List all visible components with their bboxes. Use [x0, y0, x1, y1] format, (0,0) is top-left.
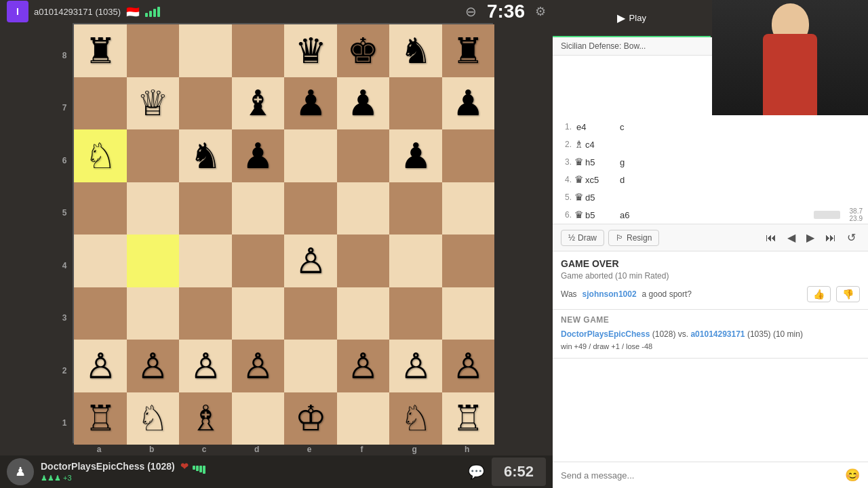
move-white[interactable]: ♛ xc5: [574, 174, 615, 186]
square[interactable]: [284, 287, 337, 340]
move-white[interactable]: ♗ c4: [574, 138, 615, 150]
square[interactable]: ♟: [337, 77, 390, 130]
square[interactable]: ♛: [284, 24, 337, 77]
square[interactable]: [389, 77, 442, 130]
player2-link[interactable]: a01014293171: [690, 329, 745, 339]
resign-button[interactable]: 🏳 Resign: [608, 230, 659, 246]
player1-link[interactable]: DoctorPlaysEpicChess: [561, 329, 650, 339]
square[interactable]: ♙: [179, 340, 232, 392]
square[interactable]: [74, 77, 127, 130]
square[interactable]: [232, 235, 285, 287]
chat-input[interactable]: [561, 470, 845, 481]
move-row[interactable]: 5. ♛ d5: [553, 188, 868, 206]
square[interactable]: ♙: [389, 340, 442, 392]
square[interactable]: [389, 287, 442, 340]
square[interactable]: ♙: [337, 340, 390, 392]
tab-play[interactable]: ▶ Play: [553, 0, 711, 37]
square[interactable]: [127, 287, 180, 340]
square[interactable]: ♜: [74, 24, 127, 77]
square[interactable]: ♟: [442, 77, 495, 130]
move-white[interactable]: e4: [574, 122, 615, 132]
square[interactable]: ♞: [179, 129, 232, 182]
move-black[interactable]: a6: [618, 210, 658, 220]
chess-board[interactable]: ♜♛♚♞♜♕♝♟♟♟♘♞♟♟♙♙♙♙♙♙♙♙♖♘♗♔♘♖: [73, 23, 493, 443]
square[interactable]: ♞: [389, 24, 442, 77]
square[interactable]: [127, 24, 180, 77]
prev-move-button[interactable]: ◀: [783, 228, 800, 247]
move-row[interactable]: 6. ♛ b5 a6 38.723.9: [553, 206, 868, 224]
square[interactable]: ♙: [232, 340, 285, 392]
square[interactable]: [442, 235, 495, 287]
square[interactable]: ♙: [74, 340, 127, 392]
square[interactable]: [179, 287, 232, 340]
move-black[interactable]: g: [618, 157, 658, 167]
square[interactable]: [389, 182, 442, 235]
square[interactable]: ♕: [127, 77, 180, 130]
square[interactable]: ♘: [389, 392, 442, 445]
square[interactable]: [74, 235, 127, 287]
square[interactable]: [232, 392, 285, 445]
square[interactable]: ♟: [389, 129, 442, 182]
square[interactable]: [179, 182, 232, 235]
next-move-button[interactable]: ▶: [802, 228, 818, 247]
square[interactable]: [127, 129, 180, 182]
square[interactable]: [337, 287, 390, 340]
square[interactable]: ♗: [179, 392, 232, 445]
square[interactable]: ♟: [284, 77, 337, 130]
square[interactable]: [284, 340, 337, 392]
square[interactable]: [442, 182, 495, 235]
square[interactable]: [337, 235, 390, 287]
thumbs-down-button[interactable]: 👎: [836, 286, 860, 302]
square[interactable]: [389, 235, 442, 287]
move-white[interactable]: ♛ b5: [574, 209, 615, 221]
square[interactable]: ♝: [232, 77, 285, 130]
square[interactable]: [179, 24, 232, 77]
square[interactable]: ♙: [442, 340, 495, 392]
square[interactable]: ♙: [127, 340, 180, 392]
square[interactable]: [74, 287, 127, 340]
square[interactable]: ♘: [127, 392, 180, 445]
chat-icon[interactable]: 💬: [468, 464, 485, 480]
move-row[interactable]: 4. ♛ xc5 d: [553, 171, 868, 188]
square[interactable]: [337, 129, 390, 182]
square[interactable]: ♙: [284, 235, 337, 287]
move-white[interactable]: ♛ h5: [574, 156, 615, 168]
square[interactable]: [232, 287, 285, 340]
square[interactable]: [284, 129, 337, 182]
square[interactable]: [284, 182, 337, 235]
square[interactable]: ♟: [232, 129, 285, 182]
move-black[interactable]: d: [618, 175, 658, 185]
square[interactable]: ♚: [337, 24, 390, 77]
draw-button[interactable]: ½ Draw: [561, 230, 604, 246]
square[interactable]: ♘: [74, 129, 127, 182]
settings-icon[interactable]: ⚙: [535, 4, 546, 19]
move-row[interactable]: 3. ♛ h5 g: [553, 153, 868, 171]
square[interactable]: [127, 182, 180, 235]
sport-player-link[interactable]: sjohnson1002: [583, 289, 637, 299]
move-black[interactable]: c: [618, 122, 658, 132]
square[interactable]: [74, 182, 127, 235]
square[interactable]: [179, 77, 232, 130]
thumbs-up-button[interactable]: 👍: [807, 286, 831, 302]
square[interactable]: [232, 182, 285, 235]
move-white[interactable]: ♛ d5: [574, 191, 615, 203]
square[interactable]: [337, 392, 390, 445]
square[interactable]: ♖: [74, 392, 127, 445]
square[interactable]: [127, 235, 180, 287]
move-row[interactable]: 1. e4 c: [553, 118, 868, 136]
square[interactable]: ♜: [442, 24, 495, 77]
last-move-button[interactable]: ⏭: [821, 228, 840, 247]
piece-w-P: ♙: [190, 348, 222, 384]
square[interactable]: [179, 235, 232, 287]
square[interactable]: [337, 182, 390, 235]
top-player-info: I a01014293171 (1035) 🇮🇩: [7, 1, 160, 22]
square[interactable]: ♖: [442, 392, 495, 445]
square[interactable]: ♔: [284, 392, 337, 445]
emoji-button[interactable]: 😊: [845, 468, 860, 483]
move-row[interactable]: 2. ♗ c4: [553, 136, 868, 153]
square[interactable]: [232, 24, 285, 77]
flip-board-button[interactable]: ↺: [843, 228, 860, 247]
square[interactable]: [442, 129, 495, 182]
square[interactable]: [442, 287, 495, 340]
first-move-button[interactable]: ⏮: [762, 228, 781, 247]
